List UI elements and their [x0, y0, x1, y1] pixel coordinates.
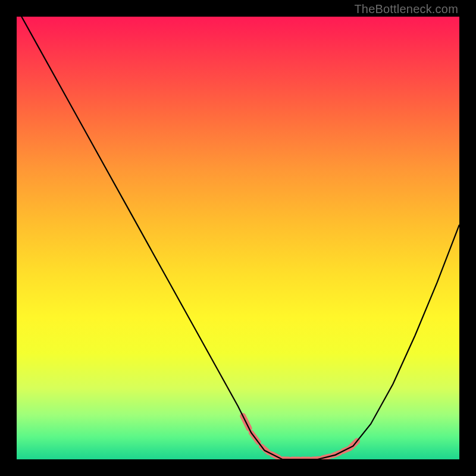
- curve-layer: [17, 17, 459, 459]
- watermark-text: TheBottleneck.com: [354, 2, 458, 16]
- chart-frame: TheBottleneck.com: [0, 0, 476, 476]
- plot-area: [17, 17, 459, 459]
- bottleneck-curve: [17, 17, 459, 459]
